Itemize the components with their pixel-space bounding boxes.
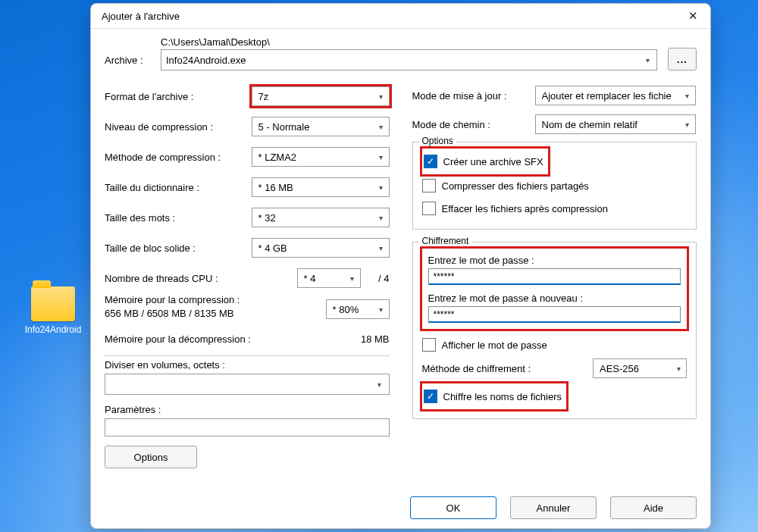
chevron-down-icon: ▾ — [377, 153, 386, 161]
show-password-label: Afficher le mot de passe — [442, 340, 547, 351]
archive-filename-select[interactable]: Info24Android.exe ▾ — [161, 49, 657, 70]
chevron-down-icon: ▾ — [683, 92, 692, 100]
add-to-archive-dialog: Ajouter à l'archive ✕ Archive : C:\Users… — [90, 3, 711, 529]
cancel-button[interactable]: Annuler — [510, 496, 597, 519]
path-mode-label: Mode de chemin : — [412, 119, 526, 130]
show-password-checkbox[interactable] — [422, 338, 436, 352]
sfx-label: Créer une archive SFX — [443, 156, 543, 167]
chevron-down-icon: ▾ — [674, 365, 683, 373]
split-volumes-select[interactable]: ▾ — [105, 374, 390, 395]
mem-percent-select[interactable]: * 80% ▾ — [326, 299, 390, 319]
format-label: Format de l'archive : — [105, 91, 244, 102]
compression-level-label: Niveau de compression : — [105, 121, 244, 133]
chevron-down-icon: ▾ — [377, 244, 386, 252]
split-volumes-label: Diviser en volumes, octets : — [105, 359, 390, 371]
parameters-input[interactable] — [105, 418, 390, 437]
compression-method-select[interactable]: * LZMA2 ▾ — [252, 147, 390, 167]
desktop: Info24Android Ajouter à l'archive ✕ Arch… — [0, 0, 758, 532]
mem-compress-label: Mémoire pour la compression : — [105, 293, 318, 307]
compress-shared-checkbox[interactable] — [422, 179, 436, 192]
chevron-down-icon: ▾ — [377, 92, 386, 101]
folder-label: Info24Android — [23, 324, 83, 335]
help-button[interactable]: Aide — [610, 496, 697, 519]
desktop-folder[interactable]: Info24Android — [23, 286, 83, 335]
encryption-fieldset: Chiffrement Entrez le mot de passe : Ent… — [412, 242, 697, 419]
options-button[interactable]: Options — [105, 446, 197, 468]
chevron-down-icon: ▾ — [643, 56, 652, 64]
chevron-down-icon: ▾ — [377, 123, 386, 131]
cpu-threads-select[interactable]: * 4 ▾ — [297, 268, 361, 288]
encryption-method-label: Méthode de chiffrement : — [422, 363, 584, 374]
mem-decompress-label: Mémoire pour la décompression : — [105, 333, 353, 345]
chevron-down-icon: ▾ — [375, 380, 384, 389]
password-label: Entrez le mot de passe : — [428, 255, 681, 266]
ok-button[interactable]: OK — [410, 496, 496, 519]
dictionary-size-select[interactable]: * 16 MB ▾ — [252, 177, 390, 197]
mem-compress-info: 656 MB / 6508 MB / 8135 MB — [105, 307, 318, 321]
password-input[interactable] — [428, 268, 681, 285]
solid-block-select[interactable]: * 4 GB ▾ — [252, 238, 390, 258]
parameters-label: Paramètres : — [105, 404, 390, 415]
folder-icon — [31, 286, 75, 321]
chevron-down-icon: ▾ — [377, 183, 386, 192]
chevron-down-icon: ▾ — [683, 120, 692, 129]
browse-button[interactable]: ... — [668, 48, 697, 70]
chevron-down-icon: ▾ — [377, 305, 386, 314]
password-confirm-label: Entrez le mot de passe à nouveau : — [428, 293, 681, 304]
cpu-threads-max: / 4 — [368, 273, 390, 284]
archive-filename: Info24Android.exe — [166, 55, 246, 66]
dialog-title: Ajouter à l'archive — [102, 11, 680, 22]
delete-after-checkbox[interactable] — [422, 202, 436, 215]
word-size-select[interactable]: * 32 ▾ — [252, 208, 390, 227]
close-icon: ✕ — [688, 9, 698, 23]
titlebar: Ajouter à l'archive ✕ — [91, 4, 710, 29]
chevron-down-icon: ▾ — [348, 274, 357, 283]
mem-decompress-value: 18 MB — [361, 333, 390, 345]
update-mode-select[interactable]: Ajouter et remplacer les fichie ▾ — [535, 86, 696, 105]
path-mode-select[interactable]: Nom de chemin relatif ▾ — [535, 114, 696, 134]
sfx-checkbox[interactable]: ✓ — [424, 155, 437, 168]
cpu-threads-label: Nombre de threads CPU : — [105, 273, 290, 284]
compression-level-select[interactable]: 5 - Normale ▾ — [252, 117, 390, 136]
password-confirm-input[interactable] — [428, 306, 681, 323]
archive-label: Archive : — [105, 55, 150, 70]
update-mode-label: Mode de mise à jour : — [412, 90, 526, 102]
chevron-down-icon: ▾ — [377, 214, 386, 222]
options-fieldset: Options ✓ Créer une archive SFX Compress… — [412, 142, 697, 230]
encryption-legend: Chiffrement — [419, 236, 472, 246]
word-size-label: Taille des mots : — [105, 212, 244, 224]
encrypt-filenames-checkbox[interactable]: ✓ — [424, 390, 437, 403]
compress-shared-label: Compresser des fichiers partagés — [442, 180, 589, 192]
options-legend: Options — [419, 136, 456, 146]
delete-after-label: Effacer les fichiers après compression — [442, 203, 608, 214]
compression-method-label: Méthode de compression : — [105, 152, 244, 163]
archive-format-select[interactable]: 7z ▾ — [252, 86, 390, 106]
encrypt-filenames-label: Chiffre les noms de fichiers — [443, 391, 562, 402]
archive-path: C:\Users\Jamal\Desktop\ — [161, 36, 657, 48]
dictionary-size-label: Taille du dictionnaire : — [105, 182, 244, 193]
close-button[interactable]: ✕ — [680, 5, 706, 27]
encryption-method-select[interactable]: AES-256 ▾ — [593, 358, 687, 378]
solid-block-label: Taille de bloc solide : — [105, 243, 244, 254]
